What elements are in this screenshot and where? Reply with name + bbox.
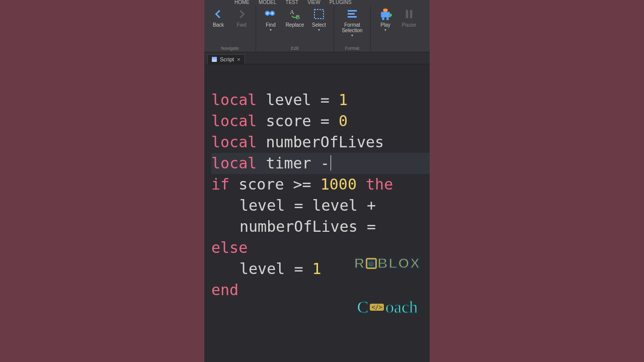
back-label: Back bbox=[213, 22, 224, 28]
pause-button[interactable]: Pause bbox=[398, 6, 420, 28]
keyword: else bbox=[211, 239, 248, 256]
code-editor[interactable]: local level = 1 local score = 0 local nu… bbox=[204, 64, 430, 362]
logo-top: R ☺ BLOX bbox=[354, 256, 421, 270]
identifier: level bbox=[239, 197, 285, 214]
script-icon bbox=[212, 57, 217, 62]
operator: = bbox=[294, 260, 303, 278]
menu-home[interactable]: HOME bbox=[234, 0, 250, 4]
format-label: Format Selection bbox=[338, 22, 366, 33]
logo-letter: C bbox=[357, 299, 369, 316]
tab-script[interactable]: Script × bbox=[207, 54, 245, 64]
menu-plugins[interactable]: PLUGINS bbox=[330, 0, 352, 4]
svg-rect-14 bbox=[386, 18, 388, 20]
number: 1 bbox=[312, 260, 321, 278]
find-button[interactable]: Find ▾ bbox=[259, 6, 282, 32]
ribbon-group-format: Format Selection ▾ Format bbox=[334, 6, 371, 52]
operator: = bbox=[294, 197, 303, 214]
play-icon bbox=[378, 7, 392, 21]
logo-bottom: C </> oach bbox=[354, 299, 421, 316]
find-label: Find bbox=[266, 22, 275, 28]
logo-face-icon: ☺ bbox=[366, 258, 377, 269]
format-icon bbox=[345, 7, 359, 21]
menubar: HOME MODEL TEST VIEW PLUGINS bbox=[204, 0, 430, 4]
close-icon[interactable]: × bbox=[237, 56, 240, 62]
svg-rect-10 bbox=[348, 16, 357, 18]
ribbon-group-play: Play ▾ Pause bbox=[371, 6, 423, 52]
pause-label: Pause bbox=[402, 22, 416, 28]
keyword: local bbox=[211, 133, 257, 151]
ribbon-group-label-edit: Edit bbox=[291, 46, 299, 52]
svg-rect-7 bbox=[314, 10, 324, 19]
identifier: timer bbox=[266, 154, 311, 172]
svg-rect-17 bbox=[410, 10, 413, 19]
chevron-left-icon bbox=[211, 7, 225, 21]
number: 1 bbox=[339, 91, 348, 109]
menu-view[interactable]: VIEW bbox=[307, 0, 320, 4]
svg-text:B: B bbox=[296, 14, 300, 20]
dropdown-icon: ▾ bbox=[351, 33, 353, 38]
svg-point-3 bbox=[266, 12, 269, 15]
operator: = bbox=[320, 91, 330, 109]
fwd-label: Fwd bbox=[237, 22, 247, 28]
find-icon bbox=[264, 7, 278, 21]
format-selection-button[interactable]: Format Selection ▾ bbox=[337, 6, 367, 38]
play-button[interactable]: Play ▾ bbox=[374, 6, 397, 32]
back-button[interactable]: Back bbox=[207, 6, 229, 28]
logo-letters: oach bbox=[385, 299, 418, 316]
svg-rect-16 bbox=[406, 10, 409, 19]
select-label: Select bbox=[312, 22, 326, 28]
identifier: numberOfLives bbox=[266, 133, 384, 151]
keyword: the bbox=[366, 175, 393, 193]
chevron-right-icon bbox=[234, 7, 249, 21]
keyword: local bbox=[211, 154, 257, 172]
operator: >= bbox=[293, 175, 311, 193]
replace-icon: A B bbox=[288, 7, 302, 21]
identifier: score bbox=[266, 112, 311, 130]
code-badge-icon: </> bbox=[370, 304, 384, 311]
select-icon bbox=[312, 7, 326, 21]
identifier: level bbox=[266, 91, 311, 109]
svg-rect-8 bbox=[348, 10, 357, 12]
logo-letter: R bbox=[354, 256, 365, 270]
pause-icon bbox=[402, 7, 416, 21]
svg-marker-15 bbox=[390, 13, 392, 18]
app-window: HOME MODEL TEST VIEW PLUGINS Back Fwd bbox=[204, 0, 430, 362]
fwd-button[interactable]: Fwd bbox=[230, 6, 253, 28]
replace-label: Replace bbox=[286, 22, 304, 28]
text-cursor bbox=[331, 155, 331, 170]
dropdown-icon: ▾ bbox=[270, 28, 272, 32]
logo-letters: BLOX bbox=[377, 256, 421, 270]
ribbon-group-label-play bbox=[396, 46, 398, 52]
keyword: end bbox=[211, 281, 238, 299]
svg-point-4 bbox=[271, 12, 274, 15]
keyword: if bbox=[211, 175, 229, 193]
keyword: local bbox=[211, 91, 257, 109]
tabbar: Script × bbox=[204, 52, 430, 64]
ribbon-group-label-navigate: Navigate bbox=[221, 46, 239, 52]
number: 0 bbox=[339, 112, 348, 130]
select-button[interactable]: Select ▾ bbox=[307, 6, 331, 32]
svg-text:A: A bbox=[290, 9, 294, 16]
operator: = bbox=[367, 218, 376, 235]
tab-label: Script bbox=[220, 56, 234, 62]
svg-rect-11 bbox=[383, 9, 388, 12]
identifier: level bbox=[239, 260, 285, 278]
menu-test[interactable]: TEST bbox=[286, 0, 299, 4]
svg-rect-12 bbox=[381, 12, 389, 18]
watermark-logo: R ☺ BLOX C </> oach bbox=[354, 226, 421, 346]
svg-rect-9 bbox=[348, 13, 355, 15]
replace-button[interactable]: A B Replace bbox=[283, 6, 306, 28]
identifier: level bbox=[312, 197, 358, 214]
ribbon-group-edit: Find ▾ A B Replace bbox=[256, 6, 334, 52]
operator: - bbox=[320, 154, 330, 172]
operator: = bbox=[320, 112, 330, 130]
number: 1000 bbox=[320, 175, 357, 193]
operator: + bbox=[367, 197, 376, 214]
play-label: Play bbox=[380, 22, 390, 28]
ribbon: Back Fwd Navigate bbox=[204, 4, 430, 52]
dropdown-icon: ▾ bbox=[384, 28, 386, 32]
keyword: local bbox=[211, 112, 257, 130]
menu-model[interactable]: MODEL bbox=[259, 0, 277, 4]
ribbon-group-navigate: Back Fwd Navigate bbox=[204, 6, 256, 52]
dropdown-icon: ▾ bbox=[318, 28, 320, 32]
